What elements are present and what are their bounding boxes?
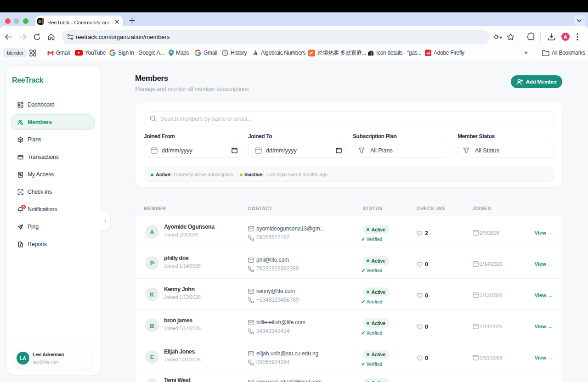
svg-text:Fl: Fl xyxy=(427,51,430,56)
